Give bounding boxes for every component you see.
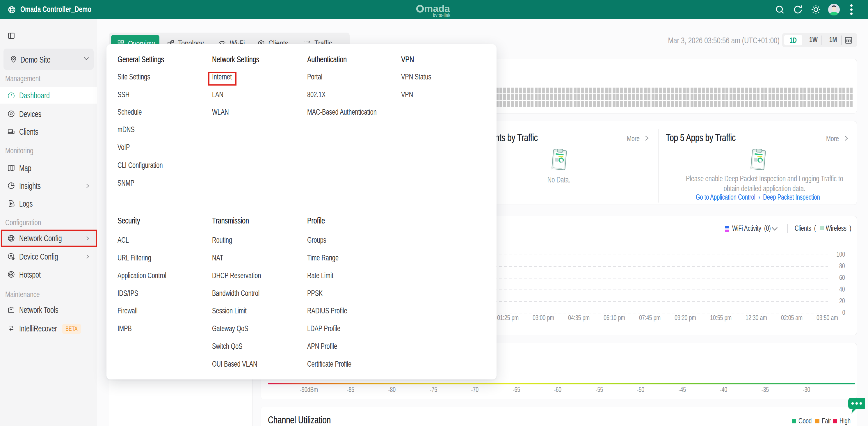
- svg-text:by tp-link: by tp-link: [433, 12, 450, 17]
